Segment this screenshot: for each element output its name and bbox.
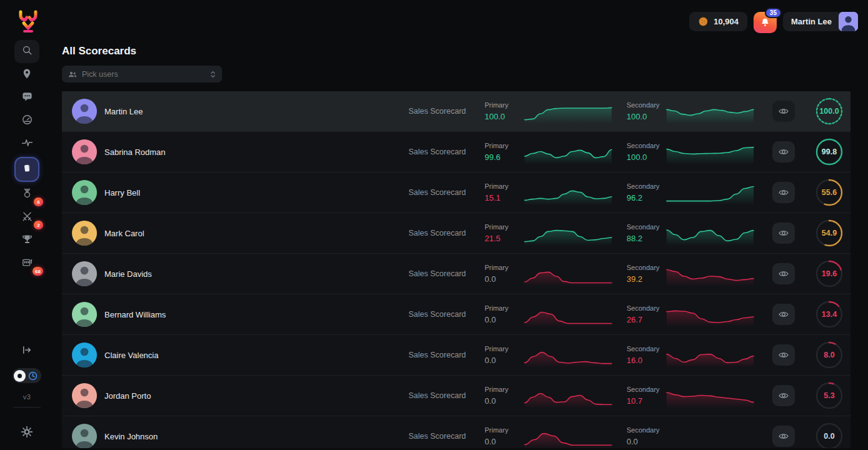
primary-label: Primary [485, 386, 523, 393]
sidebar-item-dashboard[interactable] [14, 109, 39, 132]
coins-counter[interactable]: 10,904 [689, 12, 747, 31]
primary-value: 0.0 [485, 437, 523, 446]
table-row[interactable]: Bernard Williams Sales Scorecard Primary… [62, 294, 850, 335]
table-row[interactable]: Jordan Porto Sales Scorecard Primary 0.0… [62, 376, 850, 416]
secondary-metric: Secondary 39.2 [627, 264, 665, 284]
primary-sparkline [523, 422, 614, 448]
secondary-sparkline [665, 98, 756, 125]
score-value: 8.0 [824, 351, 834, 359]
secondary-label: Secondary [627, 345, 665, 352]
view-details-button[interactable] [772, 222, 795, 244]
primary-sparkline [523, 138, 614, 166]
avatar [72, 383, 97, 408]
avatar [72, 180, 97, 205]
theme-time-toggle[interactable] [13, 368, 41, 383]
user-name: Sabrina Rodman [104, 148, 372, 157]
scorecard-name: Sales Scorecard [372, 351, 466, 359]
view-details-button[interactable] [772, 344, 795, 366]
user-name: Martin Lee [104, 107, 372, 116]
sidebar-item-battles[interactable]: 2 [14, 206, 39, 229]
eye-icon [779, 228, 789, 238]
notifications-button[interactable]: 35 [754, 12, 777, 33]
primary-value: 0.0 [485, 315, 523, 324]
sidebar-item-slots[interactable]: 68 [14, 252, 39, 276]
score-badge: 55.6 [815, 178, 844, 207]
activity-icon [21, 137, 33, 151]
secondary-metric: Secondary 96.2 [627, 182, 665, 202]
sidebar-footer: v3 [13, 344, 41, 450]
table-row[interactable]: Harry Bell Sales Scorecard Primary 15.1 … [62, 172, 850, 213]
user-name: Mark Carol [104, 229, 372, 238]
score-badge: 13.4 [815, 300, 844, 329]
secondary-metric: Secondary 100.0 [627, 142, 665, 162]
score-value: 5.3 [824, 391, 834, 400]
settings-gear-icon[interactable] [20, 425, 34, 441]
view-details-button[interactable] [772, 304, 795, 325]
avatar [72, 342, 97, 368]
avatar [72, 139, 97, 164]
view-details-button[interactable] [772, 101, 795, 122]
secondary-label: Secondary [627, 386, 665, 393]
score-value: 54.9 [822, 229, 837, 238]
view-details-button[interactable] [772, 263, 795, 284]
primary-value: 0.0 [485, 396, 523, 406]
user-name: Harry Bell [104, 188, 372, 198]
sidebar-item-activity[interactable] [14, 132, 39, 156]
user-menu[interactable]: Martin Lee [783, 12, 858, 31]
scorecard-name: Sales Scorecard [372, 432, 466, 441]
notification-count-badge: 68 [33, 267, 43, 276]
sidebar-item-scorecards[interactable] [14, 157, 39, 182]
clock-icon [28, 371, 38, 381]
notification-count-badge: 6 [34, 198, 43, 206]
sidebar-item-chat[interactable] [14, 86, 39, 109]
primary-value: 15.1 [485, 193, 523, 202]
swords-icon [21, 211, 33, 225]
primary-sparkline [523, 382, 614, 409]
secondary-sparkline [665, 138, 756, 166]
eye-icon [779, 309, 789, 319]
score-badge: 0.0 [815, 422, 844, 448]
notifications-count-badge: 35 [765, 8, 782, 18]
user-name: Claire Valencia [104, 351, 372, 360]
secondary-metric: Secondary 10.7 [627, 386, 665, 406]
secondary-value: 100.0 [627, 112, 665, 121]
table-row[interactable]: Kevin Johnson Sales Scorecard Primary 0.… [62, 416, 850, 448]
coin-icon [698, 16, 709, 27]
eye-icon [779, 391, 789, 401]
table-row[interactable]: Martin Lee Sales Scorecard Primary 100.0… [62, 91, 850, 132]
secondary-value: 96.2 [627, 193, 665, 202]
collapse-sidebar-icon[interactable] [21, 344, 33, 358]
pick-users-placeholder: Pick users [82, 70, 209, 79]
score-value: 55.6 [822, 188, 837, 197]
view-details-button[interactable] [772, 182, 795, 203]
view-details-button[interactable] [772, 385, 795, 406]
users-icon [68, 69, 78, 79]
sidebar-item-trophies[interactable] [14, 229, 39, 252]
secondary-label: Secondary [627, 182, 665, 190]
table-row[interactable]: Marie Davids Sales Scorecard Primary 0.0… [62, 254, 850, 294]
secondary-metric: Secondary 26.7 [627, 304, 665, 324]
pick-users-select[interactable]: Pick users [62, 66, 222, 82]
table-row[interactable]: Claire Valencia Sales Scorecard Primary … [62, 335, 850, 376]
scorecards-table: Martin Lee Sales Scorecard Primary 100.0… [62, 91, 850, 448]
scorecard-name: Sales Scorecard [372, 310, 466, 319]
primary-value: 0.0 [485, 274, 523, 284]
sidebar-item-locations[interactable] [14, 63, 39, 86]
view-details-button[interactable] [772, 141, 795, 162]
sidebar-item-search[interactable] [14, 40, 39, 63]
table-row[interactable]: Mark Carol Sales Scorecard Primary 21.5 … [62, 213, 850, 254]
sidebar: 6268 v3 [0, 40, 54, 450]
primary-metric: Primary 0.0 [485, 264, 523, 284]
secondary-metric: Secondary 88.2 [627, 223, 665, 243]
table-row[interactable]: Sabrina Rodman Sales Scorecard Primary 9… [62, 132, 850, 172]
avatar [72, 221, 97, 246]
primary-label: Primary [485, 264, 523, 271]
sidebar-item-medals[interactable]: 6 [14, 183, 39, 206]
view-details-button[interactable] [772, 426, 795, 447]
primary-metric: Primary 0.0 [485, 345, 523, 365]
primary-sparkline [523, 219, 614, 247]
avatar [72, 261, 97, 286]
secondary-value: 10.7 [627, 396, 665, 406]
divider [13, 407, 41, 408]
primary-label: Primary [485, 426, 523, 434]
